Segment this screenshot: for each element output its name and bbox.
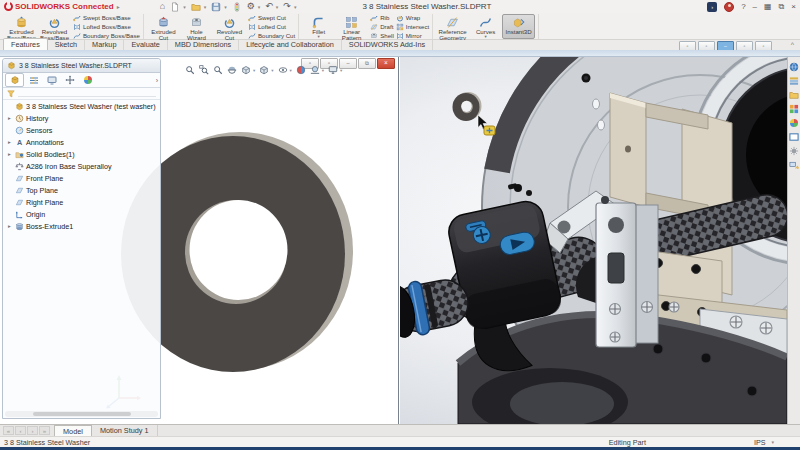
linear-pattern-button[interactable]: Linear Pattern▾: [335, 14, 368, 39]
solidworks-resources-icon[interactable]: [789, 61, 800, 72]
tree-item-front-plane[interactable]: Front Plane: [3, 172, 160, 184]
reference-geometry-button[interactable]: Reference Geometry▾: [436, 14, 469, 39]
share-icon[interactable]: [789, 159, 800, 170]
status-units[interactable]: IPS: [754, 438, 766, 447]
custom-properties-icon[interactable]: [789, 131, 800, 142]
boundary-cut-button[interactable]: Boundary Cut: [248, 32, 295, 40]
undo-button[interactable]: ↶: [265, 2, 273, 11]
tree-root-item[interactable]: 3 8 Stainless Steel Washer (test washer): [3, 100, 160, 112]
tree-item-right-plane[interactable]: Right Plane: [3, 196, 160, 208]
part-viewport[interactable]: ▫ ▫ – ⧉ × ▾ ▾ ▾ ▾ ▾: [0, 57, 399, 424]
configurationmanager-tab[interactable]: [43, 74, 60, 86]
display-style-icon[interactable]: [259, 65, 269, 75]
propertymanager-tab[interactable]: [25, 74, 42, 86]
tab-evaluate[interactable]: Evaluate: [124, 40, 167, 50]
extruded-cut-button[interactable]: Extruded Cut: [147, 14, 180, 39]
hole-wizard-button[interactable]: Hole Wizard▾: [180, 14, 213, 39]
revolved-boss-button[interactable]: Revolved Boss/Base: [38, 14, 71, 39]
redo-button[interactable]: ↷: [283, 2, 291, 11]
assembly-viewport[interactable]: [400, 57, 787, 424]
brand-menu-arrow-icon[interactable]: ▸: [117, 3, 120, 10]
swept-boss-button[interactable]: Swept Boss/Base: [73, 14, 140, 22]
tree-filter[interactable]: [3, 88, 160, 100]
feature-tree-doc-tab[interactable]: 3 8 Stainless Steel Washer.SLDPRT: [3, 59, 160, 73]
view-settings-icon[interactable]: [328, 65, 338, 75]
tree-item-origin[interactable]: Origin: [3, 208, 160, 220]
open-button[interactable]: [191, 2, 201, 12]
zoom-to-fit-icon[interactable]: [185, 65, 195, 75]
nav-last-icon[interactable]: »: [39, 426, 50, 435]
displaymanager-tab[interactable]: [79, 74, 96, 86]
file-explorer-icon[interactable]: [789, 89, 800, 100]
home-button[interactable]: ⌂: [160, 2, 165, 11]
tab-markup[interactable]: Markup: [85, 40, 124, 50]
boundary-boss-button[interactable]: Boundary Boss/Base: [73, 32, 140, 40]
close-button[interactable]: ×: [791, 3, 796, 11]
nav-first-icon[interactable]: «: [3, 426, 14, 435]
units-caret-icon[interactable]: ▾: [771, 439, 774, 445]
view-palette-icon[interactable]: [789, 103, 800, 114]
apply-scene-icon[interactable]: [310, 65, 320, 75]
manager-tabs-overflow[interactable]: ›: [156, 77, 158, 84]
minimize-button[interactable]: –: [753, 3, 757, 11]
edit-appearance-icon[interactable]: [296, 65, 306, 75]
previous-view-icon[interactable]: [213, 65, 223, 75]
draft-button[interactable]: Draft: [370, 23, 394, 31]
tree-item-annotations[interactable]: ▸ Annotations: [3, 136, 160, 148]
shell-button[interactable]: Shell: [370, 32, 394, 40]
options-caret-icon[interactable]: ▾: [258, 4, 261, 10]
dimxpertmanager-tab[interactable]: [61, 74, 78, 86]
close-icon[interactable]: ×: [377, 58, 395, 69]
solidworks-logo[interactable]: SOLIDWORKS Connected: [4, 2, 114, 11]
featuremanager-tab[interactable]: [5, 73, 24, 87]
tab-solidworks-addins[interactable]: SOLIDWORKS Add-Ins: [342, 40, 433, 50]
tree-item-top-plane[interactable]: Top Plane: [3, 184, 160, 196]
lofted-cut-button[interactable]: Lofted Cut: [248, 23, 295, 31]
zoom-to-area-icon[interactable]: [199, 65, 209, 75]
tab-mbd-dimensions[interactable]: MBD Dimensions: [168, 40, 239, 50]
user-avatar[interactable]: [724, 2, 734, 12]
new-document-button[interactable]: [170, 2, 180, 12]
lifecycle-status-icon[interactable]: [232, 2, 242, 12]
extruded-boss-button[interactable]: Extruded Boss/Base: [5, 14, 38, 39]
restore-icon[interactable]: ⧉: [358, 58, 376, 69]
restore-button[interactable]: ⧉: [779, 3, 785, 11]
instant3d-button[interactable]: Instant3D: [502, 14, 535, 39]
new-caret-icon[interactable]: ▾: [183, 4, 186, 10]
save-button[interactable]: [211, 2, 221, 12]
layout-button[interactable]: ▦: [764, 3, 772, 11]
revolved-cut-button[interactable]: Revolved Cut: [213, 14, 246, 39]
nav-next-icon[interactable]: ›: [27, 426, 38, 435]
settings-icon[interactable]: [789, 145, 800, 156]
view-orientation-icon[interactable]: [241, 65, 251, 75]
help-button[interactable]: ?: [741, 3, 745, 11]
3dexperience-tile-button[interactable]: ›: [707, 2, 717, 12]
swept-cut-button[interactable]: Swept Cut: [248, 14, 295, 22]
tree-item-material[interactable]: A286 Iron Base Superalloy: [3, 160, 160, 172]
tab-features[interactable]: Features: [3, 38, 48, 50]
wrap-button[interactable]: Wrap: [396, 14, 429, 22]
mirror-button[interactable]: Mirror: [396, 32, 429, 40]
undo-caret-icon[interactable]: ▾: [276, 4, 279, 10]
clamp-back-plate[interactable]: [634, 205, 658, 343]
tab-sketch[interactable]: Sketch: [48, 40, 85, 50]
hide-show-items-icon[interactable]: [278, 65, 288, 75]
tab-lifecycle-collaboration[interactable]: Lifecycle and Collaboration: [239, 40, 342, 50]
tab-model[interactable]: Model: [54, 425, 92, 436]
lofted-boss-button[interactable]: Lofted Boss/Base: [73, 23, 140, 31]
redo-caret-icon[interactable]: ▾: [294, 4, 297, 10]
ribbon-collapse-chevron[interactable]: ^: [791, 41, 794, 48]
open-caret-icon[interactable]: ▾: [204, 4, 207, 10]
rib-button[interactable]: Rib: [370, 14, 394, 22]
fillet-button[interactable]: Fillet▾: [302, 14, 335, 39]
floating-washer-part[interactable]: [453, 92, 482, 121]
tab-motion-study[interactable]: Motion Study 1: [92, 425, 158, 436]
save-caret-icon[interactable]: ▾: [224, 4, 227, 10]
appearances-scenes-icon[interactable]: [789, 117, 800, 128]
section-view-icon[interactable]: [227, 65, 237, 75]
tree-item-sensors[interactable]: Sensors: [3, 124, 160, 136]
tree-horizontal-scrollbar[interactable]: [5, 411, 158, 417]
intersect-button[interactable]: Intersect: [396, 23, 429, 31]
design-library-icon[interactable]: [789, 75, 800, 86]
options-button[interactable]: ⚙: [247, 2, 255, 11]
